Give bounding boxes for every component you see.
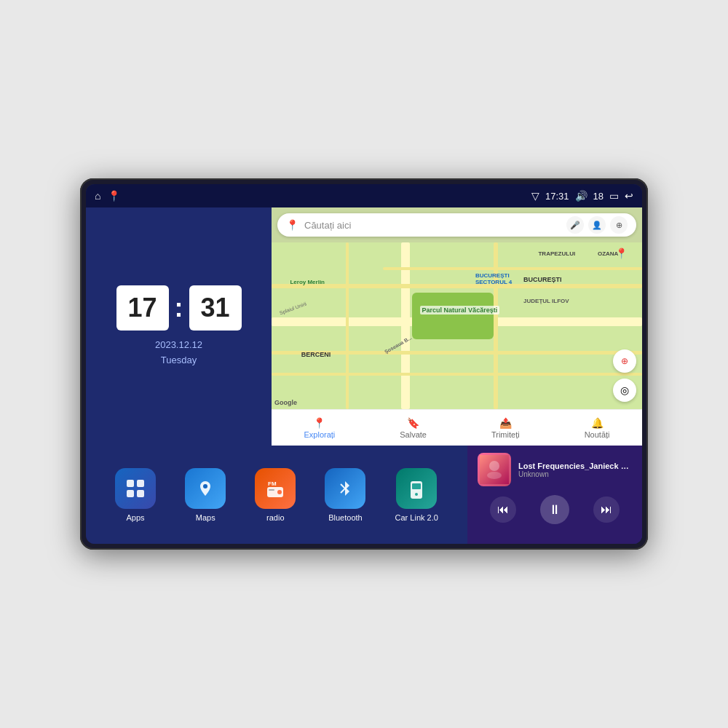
music-player: Lost Frequencies_Janieck Devy-... Unknow… (467, 446, 642, 544)
map-tab-explore[interactable]: 📍 Explorați (304, 417, 335, 439)
maps-status-icon[interactable]: 📍 (108, 190, 120, 202)
layers-icon[interactable]: ⊕ (610, 216, 628, 234)
splai-label: Splaiul Unirii (279, 301, 307, 316)
app-item-apps[interactable]: Apps (115, 468, 156, 522)
svg-rect-10 (412, 483, 421, 489)
explore-label: Explorați (304, 430, 335, 439)
berceni-label: BERCENI (301, 351, 331, 358)
svg-rect-7 (269, 489, 274, 491)
music-artist: Unknown (518, 470, 632, 478)
svg-rect-3 (137, 490, 144, 497)
prev-button[interactable]: ⏮ (490, 496, 516, 523)
city-label: BUCUREȘTI (523, 276, 562, 283)
location-button[interactable]: ◎ (613, 379, 636, 402)
battery-icon: ▭ (609, 190, 619, 202)
volume-level: 18 (593, 191, 604, 202)
svg-rect-2 (127, 490, 134, 497)
store-label: Leroy Merlin (290, 279, 325, 285)
prev-icon: ⏮ (497, 503, 509, 516)
status-left: ⌂ 📍 (95, 190, 120, 202)
account-icon[interactable]: 👤 (588, 216, 606, 234)
top-section: 17 : 31 2023.12.12 Tuesday 📍 Căutați aic… (86, 207, 642, 446)
app-item-radio[interactable]: FM radio (255, 468, 296, 522)
explore-icon: 📍 (313, 417, 325, 429)
county-label: JUDEȚUL ILFOV (523, 298, 569, 304)
car-display-device: ⌂ 📍 ▽ 17:31 🔊 18 ▭ ↩ 17 : (80, 178, 648, 550)
bottom-section: Apps Maps (86, 446, 642, 544)
app-launcher: Apps Maps (86, 446, 467, 544)
volume-icon: 🔊 (575, 190, 587, 202)
back-icon[interactable]: ↩ (625, 190, 633, 202)
map-content: Parcul Natural Văcărești BUCUREȘTISECTOR… (272, 242, 642, 409)
google-logo: Google (274, 399, 297, 406)
clock-hours: 17 (116, 285, 169, 331)
saved-icon: 🔖 (407, 417, 419, 429)
time-display: 17:31 (545, 191, 569, 202)
map-visual: Parcul Natural Văcărești BUCUREȘTISECTOR… (272, 242, 642, 409)
sector-label: BUCUREȘTISECTORUL 4 (475, 272, 512, 285)
map-red-marker: 📍 (615, 248, 628, 259)
carlink-icon (396, 468, 437, 509)
play-pause-icon: ⏸ (548, 502, 561, 518)
status-right: ▽ 17:31 🔊 18 ▭ ↩ (531, 190, 633, 202)
music-info-row: Lost Frequencies_Janieck Devy-... Unknow… (478, 453, 632, 486)
status-bar: ⌂ 📍 ▽ 17:31 🔊 18 ▭ ↩ (86, 184, 642, 207)
compass-icon[interactable]: ⊕ (613, 349, 636, 373)
carlink-label: Car Link 2.0 (395, 513, 438, 522)
map-search-actions: 🎤 👤 ⊕ (566, 216, 628, 234)
play-pause-button[interactable]: ⏸ (540, 495, 569, 524)
map-search-pin-icon: 📍 (286, 219, 298, 231)
news-icon: 🔔 (591, 417, 604, 429)
svg-text:FM: FM (268, 480, 277, 487)
weekday-value: Tuesday (155, 353, 202, 368)
next-button[interactable]: ⏭ (593, 496, 620, 523)
news-label: Noutăți (585, 430, 610, 439)
radio-icon: FM (255, 468, 296, 509)
main-content: 17 : 31 2023.12.12 Tuesday 📍 Căutați aic… (86, 207, 642, 544)
music-controls: ⏮ ⏸ ⏭ (478, 492, 632, 527)
maps-label: Maps (196, 513, 215, 522)
bluetooth-icon (325, 468, 365, 509)
saved-label: Salvate (400, 430, 427, 439)
app-item-carlink[interactable]: Car Link 2.0 (395, 468, 438, 522)
map-tab-send[interactable]: 📤 Trimiteți (491, 417, 520, 439)
bluetooth-label: Bluetooth (328, 513, 362, 522)
map-tab-saved[interactable]: 🔖 Salvate (400, 417, 427, 439)
clock-panel: 17 : 31 2023.12.12 Tuesday (86, 207, 272, 446)
send-icon: 📤 (499, 417, 512, 429)
map-search-bar[interactable]: 📍 Căutați aici 🎤 👤 ⊕ (277, 213, 636, 237)
svg-point-13 (489, 461, 499, 471)
music-title: Lost Frequencies_Janieck Devy-... (518, 462, 632, 470)
music-thumbnail (478, 453, 511, 486)
svg-point-6 (277, 490, 282, 494)
map-panel[interactable]: 📍 Căutați aici 🎤 👤 ⊕ (272, 207, 642, 446)
voice-search-icon[interactable]: 🎤 (566, 216, 584, 234)
park-label: Parcul Natural Văcărești (420, 306, 500, 314)
svg-rect-1 (137, 480, 144, 487)
screen: ⌂ 📍 ▽ 17:31 🔊 18 ▭ ↩ 17 : (86, 184, 642, 544)
clock-colon: : (175, 293, 183, 323)
clock-display: 17 : 31 (116, 285, 242, 331)
radio-label: radio (266, 513, 284, 522)
svg-point-4 (203, 484, 207, 488)
clock-minutes: 31 (189, 285, 242, 331)
apps-label: Apps (127, 513, 145, 522)
signal-icon: ▽ (531, 190, 539, 202)
maps-icon (185, 468, 226, 509)
date-value: 2023.12.12 (155, 338, 202, 353)
music-meta: Lost Frequencies_Janieck Devy-... Unknow… (518, 462, 632, 478)
map-bottom-bar: 📍 Explorați 🔖 Salvate 📤 Trimiteți � (272, 409, 642, 446)
date-info: 2023.12.12 Tuesday (155, 338, 202, 368)
map-tab-news[interactable]: 🔔 Noutăți (585, 417, 610, 439)
send-label: Trimiteți (491, 430, 520, 439)
trapezului-label: TRAPEZULUI (538, 250, 575, 257)
next-icon: ⏭ (601, 503, 612, 516)
home-icon[interactable]: ⌂ (95, 190, 100, 202)
apps-icon (115, 468, 156, 509)
app-item-maps[interactable]: Maps (185, 468, 226, 522)
svg-rect-0 (127, 480, 134, 487)
svg-point-11 (415, 493, 418, 496)
map-search-placeholder[interactable]: Căutați aici (304, 220, 561, 231)
svg-point-14 (487, 472, 502, 479)
app-item-bluetooth[interactable]: Bluetooth (325, 468, 365, 522)
